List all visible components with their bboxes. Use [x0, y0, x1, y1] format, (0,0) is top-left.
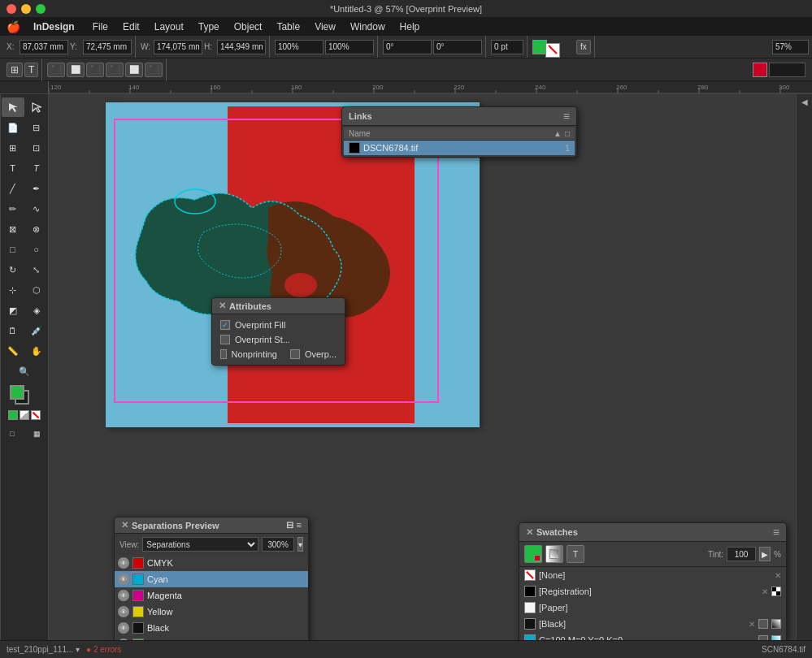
sep-eye-cmyk[interactable]: 👁	[118, 557, 129, 569]
menu-indesign[interactable]: InDesign	[27, 19, 81, 34]
view-zoom-input[interactable]	[772, 40, 809, 54]
swatch-row-none[interactable]: [None] ✕	[519, 567, 786, 583]
preview-mode-btn[interactable]: ▦	[25, 424, 48, 444]
tint-more-btn[interactable]: ▶	[759, 547, 771, 561]
angle-input-2[interactable]	[433, 40, 482, 54]
overprint-gap-checkbox[interactable]	[290, 349, 300, 359]
menu-table[interactable]: Table	[270, 19, 306, 34]
align-top-btn[interactable]: ⬛	[106, 63, 124, 77]
links-sort-desc-icon[interactable]: □	[565, 129, 570, 138]
color-apply-btn[interactable]	[8, 410, 18, 420]
sep-row-magenta[interactable]: 👁 Magenta	[115, 587, 308, 604]
overprint-stroke-checkbox[interactable]	[220, 335, 230, 344]
gradient-apply-btn[interactable]	[20, 410, 29, 420]
align-center-btn[interactable]: ⬜	[67, 63, 85, 77]
tint-icon-btn[interactable]: T	[567, 545, 584, 563]
page-tool[interactable]: 📄	[2, 118, 24, 137]
swatches-panel-close[interactable]: ✕	[526, 527, 533, 538]
effects-btn[interactable]: fx	[576, 40, 591, 54]
swatches-panel-header[interactable]: ✕ Swatches ≡	[519, 523, 786, 542]
pen-tool[interactable]: ✒	[25, 179, 48, 198]
close-button[interactable]	[7, 4, 16, 14]
sep-zoom-btn[interactable]: ▾	[297, 537, 303, 552]
sep-row-cyan[interactable]: 👁 Cyan	[115, 571, 308, 587]
selection-tool[interactable]	[2, 97, 24, 117]
type-on-path-tool[interactable]: T	[25, 158, 48, 178]
menu-help[interactable]: Help	[393, 19, 427, 34]
attributes-panel-header[interactable]: ✕ Attributes	[212, 298, 345, 314]
sep-panel-menu-icon[interactable]: ≡	[297, 520, 302, 530]
menu-layout[interactable]: Layout	[148, 19, 190, 34]
stroke-color-swatch[interactable]	[545, 43, 560, 58]
links-panel-header[interactable]: Links ≡	[342, 107, 576, 126]
sep-panel-expand-icon[interactable]: ⊟	[286, 520, 293, 530]
hand-tool[interactable]: ✋	[25, 341, 48, 361]
color-swatch-area[interactable]	[10, 385, 39, 408]
status-errors[interactable]: ● 2 errors	[86, 645, 121, 654]
distribute-btn[interactable]: ⬜	[125, 63, 143, 77]
attr-panel-close[interactable]: ✕	[219, 301, 226, 311]
pencil-tool[interactable]: ✏	[2, 199, 24, 219]
apple-menu[interactable]: 🍎	[7, 20, 20, 33]
rotate-tool[interactable]: ↻	[2, 260, 24, 279]
zoom-input-1[interactable]	[275, 40, 323, 54]
swatch-black-x[interactable]: ✕	[749, 620, 755, 629]
w-input[interactable]	[154, 40, 202, 54]
swatch-row-registration[interactable]: [Registration] ✕	[519, 583, 786, 600]
smooth-tool[interactable]: ∿	[25, 199, 48, 219]
ellipse-frame-tool[interactable]: ⊗	[25, 219, 48, 239]
menu-view[interactable]: View	[308, 19, 342, 34]
swatch-none-x[interactable]: ✕	[775, 571, 781, 580]
overprint-fill-checkbox[interactable]: ✓	[220, 320, 230, 330]
fill-icon-btn[interactable]	[524, 545, 542, 563]
frame-btn[interactable]: ⊞	[7, 63, 23, 77]
scale-tool[interactable]: ⤡	[25, 260, 48, 279]
content-collector-tool[interactable]: ⊞	[2, 138, 24, 158]
angle-input-1[interactable]	[383, 40, 432, 54]
links-menu-btn[interactable]: ≡	[563, 110, 570, 123]
swatch-registration-x[interactable]: ✕	[762, 587, 768, 596]
minimize-button[interactable]	[21, 4, 31, 14]
ellipse-tool[interactable]: ○	[25, 240, 48, 259]
links-sort-asc-icon[interactable]: ▲	[554, 129, 562, 138]
corner-input[interactable]	[491, 40, 523, 54]
sep-eye-yellow[interactable]: 👁	[118, 606, 129, 617]
swatches-menu-btn[interactable]: ≡	[773, 526, 779, 539]
menu-object[interactable]: Object	[228, 19, 269, 34]
stroke-width-input[interactable]	[769, 63, 805, 77]
stroke-red-swatch[interactable]	[753, 63, 767, 77]
x-input[interactable]	[20, 40, 68, 54]
y-input[interactable]	[83, 40, 132, 54]
align-bottom-btn[interactable]: ⬛	[145, 63, 163, 77]
gradient-feather-tool[interactable]: ◈	[25, 301, 48, 320]
sep-panel-close[interactable]: ✕	[121, 520, 128, 530]
tint-value-input[interactable]	[727, 547, 756, 561]
menu-window[interactable]: Window	[344, 19, 392, 34]
swatch-row-black[interactable]: [Black] ✕	[519, 616, 786, 632]
links-row[interactable]: DSCN6784.tif 1	[344, 141, 575, 155]
zoom-tool[interactable]: 🔍	[13, 361, 36, 381]
note-tool[interactable]: 🗒	[2, 321, 24, 340]
sep-eye-cyan[interactable]: 👁	[118, 574, 129, 585]
nonprinting-checkbox[interactable]	[220, 349, 227, 359]
gradient-swatch-tool[interactable]: ◩	[2, 301, 24, 320]
content-placer-tool[interactable]: ⊡	[25, 138, 48, 158]
h-input[interactable]	[217, 40, 266, 54]
menu-edit[interactable]: Edit	[116, 19, 146, 34]
menu-type[interactable]: Type	[192, 19, 226, 34]
sep-row-cmyk[interactable]: 👁 CMYK	[115, 555, 308, 571]
type-tool[interactable]: T	[2, 158, 24, 178]
sep-eye-magenta[interactable]: 👁	[118, 590, 129, 601]
none-apply-btn[interactable]	[31, 410, 41, 420]
sep-row-yellow[interactable]: 👁 Yellow	[115, 604, 308, 620]
status-page[interactable]: test_210ppi_111... ▾	[7, 645, 80, 654]
fill-swatch[interactable]	[10, 385, 24, 400]
rectangle-frame-tool[interactable]: ⊠	[2, 219, 24, 239]
sep-eye-black[interactable]: 👁	[118, 622, 129, 634]
sep-zoom-input[interactable]	[262, 537, 294, 552]
text-frame-btn[interactable]: T	[24, 63, 38, 77]
window-controls[interactable]	[7, 4, 46, 14]
maximize-button[interactable]	[36, 4, 46, 14]
gradient-icon-btn[interactable]	[545, 545, 563, 563]
sep-row-black[interactable]: 👁 Black	[115, 620, 308, 636]
